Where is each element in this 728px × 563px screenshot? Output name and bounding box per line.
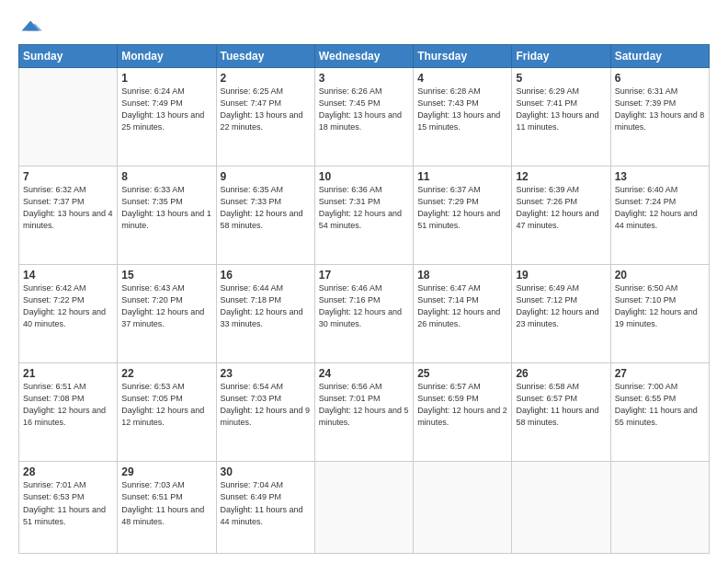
day-number: 8 bbox=[121, 170, 211, 183]
weekday-header-friday: Friday bbox=[512, 45, 610, 68]
calendar-cell: 21Sunrise: 6:51 AMSunset: 7:08 PMDayligh… bbox=[19, 363, 118, 462]
calendar-cell: 23Sunrise: 6:54 AMSunset: 7:03 PMDayligh… bbox=[216, 363, 314, 462]
weekday-header-monday: Monday bbox=[118, 45, 216, 68]
calendar-cell: 2Sunrise: 6:25 AMSunset: 7:47 PMDaylight… bbox=[216, 68, 314, 167]
calendar-week-2: 14Sunrise: 6:42 AMSunset: 7:22 PMDayligh… bbox=[19, 265, 710, 363]
calendar-cell: 29Sunrise: 7:03 AMSunset: 6:51 PMDayligh… bbox=[118, 462, 216, 554]
weekday-header-tuesday: Tuesday bbox=[216, 45, 314, 68]
day-info: Sunrise: 6:57 AMSunset: 6:59 PMDaylight:… bbox=[417, 381, 507, 429]
day-number: 9 bbox=[221, 170, 311, 183]
weekday-header-row: SundayMondayTuesdayWednesdayThursdayFrid… bbox=[19, 45, 710, 68]
calendar-cell: 6Sunrise: 6:31 AMSunset: 7:39 PMDaylight… bbox=[610, 68, 709, 167]
day-number: 18 bbox=[417, 269, 507, 282]
calendar-cell: 26Sunrise: 6:58 AMSunset: 6:57 PMDayligh… bbox=[512, 363, 610, 462]
day-info: Sunrise: 6:40 AMSunset: 7:24 PMDaylight:… bbox=[615, 184, 705, 232]
calendar-cell: 22Sunrise: 6:53 AMSunset: 7:05 PMDayligh… bbox=[118, 363, 216, 462]
calendar-cell: 7Sunrise: 6:32 AMSunset: 7:37 PMDaylight… bbox=[19, 167, 118, 265]
day-number: 13 bbox=[615, 170, 705, 183]
day-info: Sunrise: 7:01 AMSunset: 6:53 PMDaylight:… bbox=[23, 479, 113, 527]
day-number: 4 bbox=[417, 72, 507, 85]
day-number: 15 bbox=[121, 269, 211, 282]
calendar-cell: 19Sunrise: 6:49 AMSunset: 7:12 PMDayligh… bbox=[512, 265, 610, 363]
weekday-header-saturday: Saturday bbox=[610, 45, 709, 68]
day-info: Sunrise: 6:32 AMSunset: 7:37 PMDaylight:… bbox=[23, 184, 113, 232]
calendar-week-3: 21Sunrise: 6:51 AMSunset: 7:08 PMDayligh… bbox=[19, 363, 710, 462]
day-number: 21 bbox=[23, 367, 113, 380]
day-number: 30 bbox=[221, 465, 311, 478]
day-number: 27 bbox=[615, 367, 705, 380]
day-info: Sunrise: 6:29 AMSunset: 7:41 PMDaylight:… bbox=[516, 86, 606, 133]
calendar-week-0: 1Sunrise: 6:24 AMSunset: 7:49 PMDaylight… bbox=[19, 68, 710, 167]
day-number: 5 bbox=[516, 72, 606, 85]
calendar-cell: 14Sunrise: 6:42 AMSunset: 7:22 PMDayligh… bbox=[19, 265, 118, 363]
day-number: 26 bbox=[516, 367, 606, 380]
day-info: Sunrise: 6:37 AMSunset: 7:29 PMDaylight:… bbox=[417, 184, 507, 232]
day-info: Sunrise: 6:50 AMSunset: 7:10 PMDaylight:… bbox=[615, 282, 705, 330]
day-info: Sunrise: 6:56 AMSunset: 7:01 PMDaylight:… bbox=[319, 381, 409, 429]
day-number: 11 bbox=[417, 170, 507, 183]
calendar-cell: 30Sunrise: 7:04 AMSunset: 6:49 PMDayligh… bbox=[216, 462, 314, 554]
day-number: 7 bbox=[23, 170, 113, 183]
day-number: 2 bbox=[221, 72, 311, 85]
calendar-cell: 24Sunrise: 6:56 AMSunset: 7:01 PMDayligh… bbox=[314, 363, 413, 462]
calendar-cell bbox=[314, 462, 413, 554]
day-number: 6 bbox=[615, 72, 705, 85]
day-number: 29 bbox=[121, 465, 211, 478]
day-info: Sunrise: 6:54 AMSunset: 7:03 PMDaylight:… bbox=[221, 381, 311, 429]
calendar-cell: 20Sunrise: 6:50 AMSunset: 7:10 PMDayligh… bbox=[610, 265, 709, 363]
day-number: 17 bbox=[319, 269, 409, 282]
day-info: Sunrise: 6:47 AMSunset: 7:14 PMDaylight:… bbox=[417, 282, 507, 330]
weekday-header-wednesday: Wednesday bbox=[314, 45, 413, 68]
calendar-cell: 10Sunrise: 6:36 AMSunset: 7:31 PMDayligh… bbox=[314, 167, 413, 265]
calendar-cell: 9Sunrise: 6:35 AMSunset: 7:33 PMDaylight… bbox=[216, 167, 314, 265]
day-info: Sunrise: 6:39 AMSunset: 7:26 PMDaylight:… bbox=[516, 184, 606, 232]
day-info: Sunrise: 6:24 AMSunset: 7:49 PMDaylight:… bbox=[121, 86, 211, 133]
weekday-header-sunday: Sunday bbox=[19, 45, 118, 68]
calendar-cell: 16Sunrise: 6:44 AMSunset: 7:18 PMDayligh… bbox=[216, 265, 314, 363]
day-info: Sunrise: 6:26 AMSunset: 7:45 PMDaylight:… bbox=[319, 86, 409, 133]
day-number: 28 bbox=[23, 465, 113, 478]
day-info: Sunrise: 7:04 AMSunset: 6:49 PMDaylight:… bbox=[221, 479, 311, 527]
day-info: Sunrise: 6:53 AMSunset: 7:05 PMDaylight:… bbox=[121, 381, 211, 429]
day-number: 24 bbox=[319, 367, 409, 380]
logo-icon bbox=[20, 15, 42, 37]
day-number: 3 bbox=[319, 72, 409, 85]
day-info: Sunrise: 6:51 AMSunset: 7:08 PMDaylight:… bbox=[23, 381, 113, 429]
calendar-cell: 4Sunrise: 6:28 AMSunset: 7:43 PMDaylight… bbox=[414, 68, 512, 167]
calendar-cell: 15Sunrise: 6:43 AMSunset: 7:20 PMDayligh… bbox=[118, 265, 216, 363]
calendar-cell: 17Sunrise: 6:46 AMSunset: 7:16 PMDayligh… bbox=[314, 265, 413, 363]
calendar-cell: 1Sunrise: 6:24 AMSunset: 7:49 PMDaylight… bbox=[118, 68, 216, 167]
day-info: Sunrise: 7:03 AMSunset: 6:51 PMDaylight:… bbox=[121, 479, 211, 527]
calendar-week-1: 7Sunrise: 6:32 AMSunset: 7:37 PMDaylight… bbox=[19, 167, 710, 265]
day-number: 1 bbox=[121, 72, 211, 85]
day-info: Sunrise: 6:44 AMSunset: 7:18 PMDaylight:… bbox=[221, 282, 311, 330]
day-info: Sunrise: 6:46 AMSunset: 7:16 PMDaylight:… bbox=[319, 282, 409, 330]
day-info: Sunrise: 6:42 AMSunset: 7:22 PMDaylight:… bbox=[23, 282, 113, 330]
day-number: 22 bbox=[121, 367, 211, 380]
day-number: 25 bbox=[417, 367, 507, 380]
calendar-cell: 11Sunrise: 6:37 AMSunset: 7:29 PMDayligh… bbox=[414, 167, 512, 265]
day-info: Sunrise: 6:36 AMSunset: 7:31 PMDaylight:… bbox=[319, 184, 409, 232]
calendar-cell: 3Sunrise: 6:26 AMSunset: 7:45 PMDaylight… bbox=[314, 68, 413, 167]
calendar-cell: 28Sunrise: 7:01 AMSunset: 6:53 PMDayligh… bbox=[19, 462, 118, 554]
calendar-cell: 18Sunrise: 6:47 AMSunset: 7:14 PMDayligh… bbox=[414, 265, 512, 363]
day-info: Sunrise: 7:00 AMSunset: 6:55 PMDaylight:… bbox=[615, 381, 705, 429]
day-info: Sunrise: 6:58 AMSunset: 6:57 PMDaylight:… bbox=[516, 381, 606, 429]
calendar-cell: 25Sunrise: 6:57 AMSunset: 6:59 PMDayligh… bbox=[414, 363, 512, 462]
logo bbox=[18, 15, 42, 37]
calendar-cell bbox=[19, 68, 118, 167]
calendar-cell bbox=[414, 462, 512, 554]
day-info: Sunrise: 6:43 AMSunset: 7:20 PMDaylight:… bbox=[121, 282, 211, 330]
day-info: Sunrise: 6:25 AMSunset: 7:47 PMDaylight:… bbox=[221, 86, 311, 133]
calendar-cell: 12Sunrise: 6:39 AMSunset: 7:26 PMDayligh… bbox=[512, 167, 610, 265]
day-number: 19 bbox=[516, 269, 606, 282]
calendar-cell bbox=[512, 462, 610, 554]
day-number: 12 bbox=[516, 170, 606, 183]
day-info: Sunrise: 6:35 AMSunset: 7:33 PMDaylight:… bbox=[221, 184, 311, 232]
calendar-cell: 8Sunrise: 6:33 AMSunset: 7:35 PMDaylight… bbox=[118, 167, 216, 265]
calendar-week-4: 28Sunrise: 7:01 AMSunset: 6:53 PMDayligh… bbox=[19, 462, 710, 554]
day-number: 23 bbox=[221, 367, 311, 380]
day-info: Sunrise: 6:31 AMSunset: 7:39 PMDaylight:… bbox=[615, 86, 705, 133]
calendar-cell: 13Sunrise: 6:40 AMSunset: 7:24 PMDayligh… bbox=[610, 167, 709, 265]
day-number: 20 bbox=[615, 269, 705, 282]
